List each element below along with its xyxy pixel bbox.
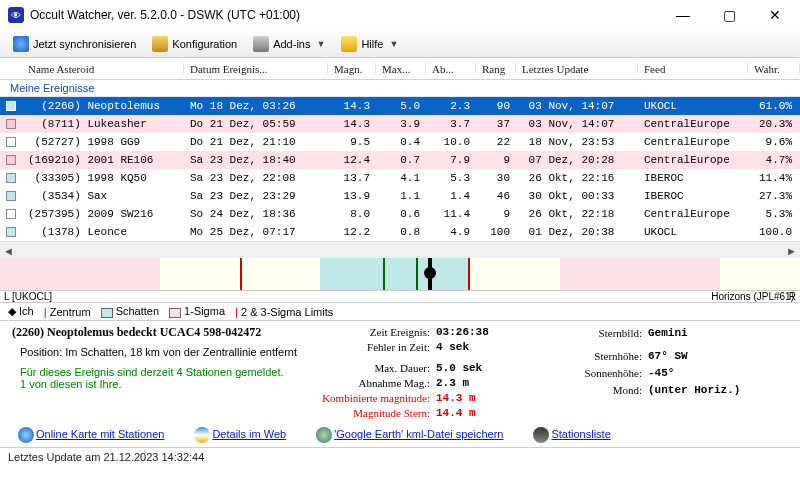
chevron-down-icon: ▼: [316, 39, 325, 49]
help-icon: [341, 36, 357, 52]
horizontal-scrollbar[interactable]: ◄►: [0, 241, 800, 258]
details-panel: (2260) Neoptolemus bedeckt UCAC4 598-042…: [0, 321, 800, 421]
scroll-right-icon[interactable]: ►: [783, 242, 800, 259]
table-row[interactable]: (52727) 1998 GG9Do 21 Dez, 21:109.50.410…: [0, 133, 800, 151]
table-row[interactable]: (169210) 2001 RE106Sa 23 Dez, 18:4012.40…: [0, 151, 800, 169]
addins-button[interactable]: Add-ins▼: [246, 33, 332, 55]
detail-title: (2260) Neoptolemus bedeckt UCAC4 598-042…: [12, 325, 298, 340]
wrench-icon: [253, 36, 269, 52]
refresh-icon: [13, 36, 29, 52]
timeline[interactable]: [0, 258, 800, 290]
group-header: Meine Ereignisse: [0, 80, 800, 97]
table-row[interactable]: (3534) SaxSa 23 Dez, 23:2913.91.11.446 3…: [0, 187, 800, 205]
link-stations[interactable]: Stationsliste: [533, 427, 610, 443]
gear-icon: [152, 36, 168, 52]
web-icon: [194, 427, 210, 443]
table-row[interactable]: (257395) 2009 SW216So 24 Dez, 18:368.00.…: [0, 205, 800, 223]
minimize-button[interactable]: —: [660, 0, 706, 30]
scroll-left-icon[interactable]: ◄: [0, 242, 17, 259]
help-button[interactable]: Hilfe▼: [334, 33, 405, 55]
table-row[interactable]: (33305) 1998 KQ50Sa 23 Dez, 22:0813.74.1…: [0, 169, 800, 187]
status-bar: Letztes Update am 21.12.2023 14:32:44: [0, 447, 800, 466]
link-map[interactable]: Online Karte mit Stationen: [18, 427, 164, 443]
scale-left: L [UKOCL]: [4, 291, 52, 302]
table-header: Name Asteroid Datum Ereignis... Magn. Ma…: [0, 58, 800, 80]
link-web[interactable]: Details im Web: [194, 427, 286, 443]
event-table[interactable]: (2260) NeoptolemusMo 18 Dez, 03:2614.35.…: [0, 97, 800, 241]
close-button[interactable]: ✕: [752, 0, 798, 30]
sync-button[interactable]: Jetzt synchronisieren: [6, 33, 143, 55]
list-icon: [533, 427, 549, 443]
legend: ◆ Ich | Zentrum Schatten 1-Sigma | 2 & 3…: [0, 303, 800, 321]
config-button[interactable]: Konfiguration: [145, 33, 244, 55]
table-row[interactable]: (1378) LeonceMo 25 Dez, 07:1712.20.84.91…: [0, 223, 800, 241]
earth-icon: [316, 427, 332, 443]
table-row[interactable]: (2260) NeoptolemusMo 18 Dez, 03:2614.35.…: [0, 97, 800, 115]
globe-icon: [18, 427, 34, 443]
table-row[interactable]: (8711) LukeasherDo 21 Dez, 05:5914.33.93…: [0, 115, 800, 133]
link-kml[interactable]: 'Google Earth' kml-Datei speichern: [316, 427, 503, 443]
app-icon: 👁: [8, 7, 24, 23]
chevron-down-icon: ▼: [389, 39, 398, 49]
scale-source: Horizons (JPL#61): [711, 291, 794, 302]
maximize-button[interactable]: ▢: [706, 0, 752, 30]
window-title: Occult Watcher, ver. 5.2.0.0 - DSWK (UTC…: [30, 8, 660, 22]
